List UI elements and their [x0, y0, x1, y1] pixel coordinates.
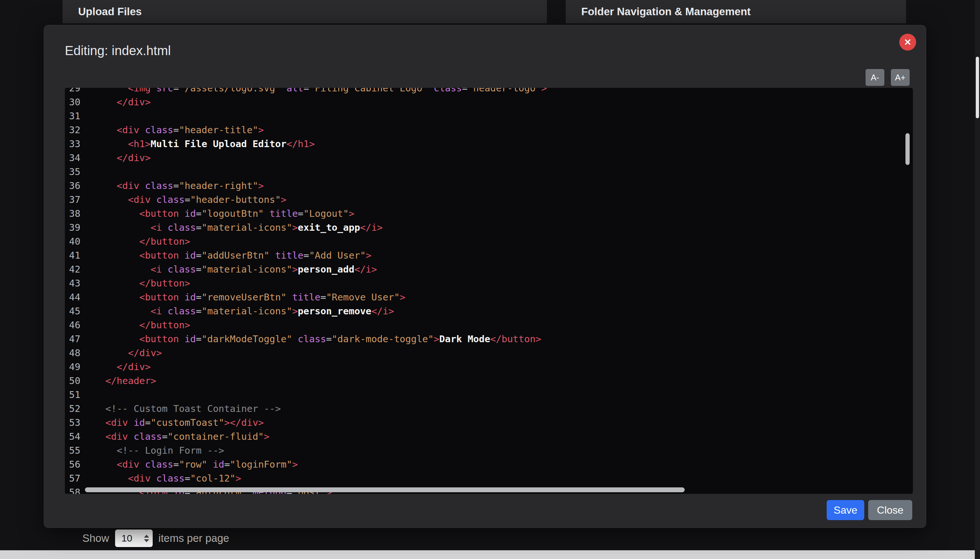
- code-line: 49 </div>: [65, 360, 913, 374]
- code-line: 36 <div class="header-right">: [65, 179, 913, 193]
- line-number: 57: [65, 471, 80, 485]
- font-increase-button[interactable]: A+: [891, 69, 910, 86]
- code-line: 56 <div class="row" id="loginForm">: [65, 458, 913, 471]
- code-line: 57 <div class="col-12">: [65, 471, 913, 485]
- code-editor[interactable]: 29 <img src="/assets/logo.svg" alt="Fili…: [65, 88, 913, 494]
- line-number: 56: [65, 458, 80, 471]
- line-number: 32: [65, 123, 80, 137]
- code-line: 53 <div id="customToast"></div>: [65, 416, 913, 430]
- code-line: 39 <i class="material-icons">exit_to_app…: [65, 221, 913, 235]
- line-number: 29: [65, 88, 80, 95]
- items-per-page-row: Show 10 items per page: [82, 529, 229, 547]
- code-line: 33 <h1>Multi File Upload Editor</h1>: [65, 137, 913, 151]
- modal-title: Editing: index.html: [65, 43, 171, 58]
- line-number: 40: [65, 235, 80, 248]
- line-number: 36: [65, 179, 80, 193]
- line-number: 47: [65, 332, 80, 346]
- code-line: 32 <div class="header-title">: [65, 123, 913, 137]
- line-number: 49: [65, 360, 80, 374]
- folder-nav-panel-header: Folder Navigation & Management: [566, 0, 906, 23]
- upload-files-panel-header: Upload Files: [63, 0, 547, 23]
- page-bottom-strip: [0, 550, 980, 559]
- line-number: 52: [65, 402, 80, 416]
- font-decrease-button[interactable]: A-: [866, 69, 884, 86]
- line-number: 34: [65, 151, 80, 165]
- font-size-controls: A- A+: [866, 69, 910, 86]
- line-number: 35: [65, 165, 80, 179]
- close-icon: ✕: [904, 37, 911, 48]
- line-number: 33: [65, 137, 80, 151]
- line-number: 51: [65, 388, 80, 402]
- items-per-page-select[interactable]: 10: [115, 529, 153, 547]
- code-line: 41 <button id="addUserBtn" title="Add Us…: [65, 248, 913, 263]
- code-line: 55 <!-- Login Form -->: [65, 444, 913, 458]
- editor-horizontal-scrollbar[interactable]: [85, 487, 685, 492]
- code-line: 29 <img src="/assets/logo.svg" alt="Fili…: [65, 88, 913, 95]
- code-line: 42 <i class="material-icons">person_add<…: [65, 263, 913, 276]
- line-number: 44: [65, 290, 80, 304]
- code-line: 51: [65, 388, 913, 402]
- line-number: 38: [65, 207, 80, 221]
- code-lines: 29 <img src="/assets/logo.svg" alt="Fili…: [65, 88, 913, 494]
- line-number: 55: [65, 444, 80, 458]
- line-number: 37: [65, 193, 80, 207]
- code-line: 45 <i class="material-icons">person_remo…: [65, 304, 913, 318]
- code-line: 50 </header>: [65, 374, 913, 388]
- line-number: 48: [65, 346, 80, 360]
- show-label: Show: [82, 532, 109, 544]
- code-line: 35: [65, 165, 913, 179]
- upload-files-title: Upload Files: [78, 5, 142, 18]
- code-line: 31: [65, 109, 913, 123]
- line-number: 42: [65, 263, 80, 276]
- items-per-page-value: 10: [122, 533, 132, 544]
- save-button[interactable]: Save: [827, 500, 864, 520]
- line-number: 39: [65, 221, 80, 235]
- line-number: 46: [65, 318, 80, 332]
- code-line: 46 </button>: [65, 318, 913, 332]
- editor-vertical-scrollbar[interactable]: [906, 133, 910, 165]
- code-line: 47 <button id="darkModeToggle" class="da…: [65, 332, 913, 346]
- close-button[interactable]: Close: [868, 500, 912, 520]
- line-number: 45: [65, 304, 80, 318]
- code-line: 44 <button id="removeUserBtn" title="Rem…: [65, 290, 913, 304]
- line-number: 31: [65, 109, 80, 123]
- page-scrollbar-thumb[interactable]: [976, 57, 979, 118]
- code-line: 48 </div>: [65, 346, 913, 360]
- code-line: 54 <div class="container-fluid">: [65, 430, 913, 444]
- line-number: 30: [65, 95, 80, 109]
- line-number: 53: [65, 416, 80, 430]
- line-number: 41: [65, 248, 80, 263]
- line-number: 58: [65, 485, 80, 494]
- line-number: 50: [65, 374, 80, 388]
- select-spinner-icon: [143, 535, 150, 542]
- code-line: 30 </div>: [65, 95, 913, 109]
- code-line: 38 <button id="logoutBtn" title="Logout"…: [65, 207, 913, 221]
- code-line: 52 <!-- Custom Toast Container -->: [65, 402, 913, 416]
- folder-nav-title: Folder Navigation & Management: [581, 5, 751, 18]
- app-background: Upload Files Folder Navigation & Managem…: [0, 0, 980, 559]
- items-per-page-label: items per page: [159, 532, 229, 544]
- code-line: 37 <div class="header-buttons">: [65, 193, 913, 207]
- code-line: 34 </div>: [65, 151, 913, 165]
- page-scrollbar-track[interactable]: [975, 0, 980, 559]
- code-line: 40 </button>: [65, 235, 913, 248]
- line-number: 54: [65, 430, 80, 444]
- modal-close-button[interactable]: ✕: [899, 34, 916, 51]
- edit-file-modal: Editing: index.html ✕ A- A+ 29 <img src=…: [44, 25, 926, 528]
- code-line: 43 </button>: [65, 276, 913, 290]
- line-number: 43: [65, 276, 80, 290]
